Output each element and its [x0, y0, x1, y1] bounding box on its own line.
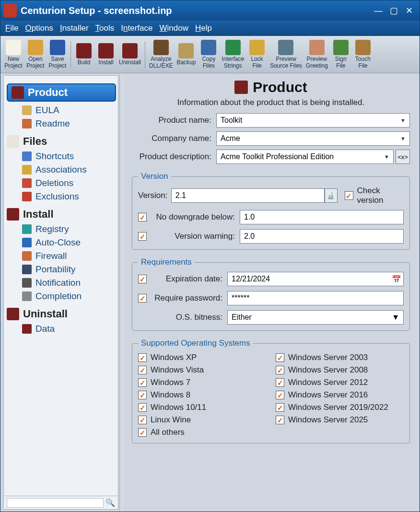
preview-greeting-button[interactable]: PreviewGreeting [304, 37, 330, 72]
check-version-checkbox[interactable] [345, 191, 353, 200]
sidebar-item-exclusions[interactable]: Exclusions [6, 190, 116, 203]
menu-options[interactable]: Options [25, 23, 53, 33]
preview-source-button[interactable]: PreviewSource Files [268, 37, 304, 72]
sidebar-item-portability[interactable]: Portability [6, 263, 116, 276]
sidebar-group-uninstall[interactable]: Uninstall [7, 308, 116, 320]
company-name-label: Company name: [132, 134, 216, 143]
sidebar-search-input[interactable] [7, 498, 104, 508]
version-warning-label: Version warning: [151, 232, 240, 241]
open-project-button[interactable]: OpenProject [24, 37, 47, 72]
version-picker-button[interactable]: 🔬 [325, 188, 338, 203]
bitness-select[interactable]: Either▼ [227, 310, 404, 325]
close-button[interactable]: ✕ [401, 4, 417, 17]
menu-window[interactable]: Window [159, 23, 188, 33]
lock-file-button[interactable]: LockFile [246, 37, 268, 72]
calendar-icon[interactable]: 📅 [392, 275, 400, 283]
os-others-checkbox[interactable] [138, 428, 147, 437]
sidebar-search: 🔍 [4, 496, 118, 509]
menu-interface[interactable]: Interface [121, 23, 152, 33]
minimize-button[interactable]: — [371, 4, 386, 17]
os-s2025-checkbox[interactable] [276, 416, 284, 424]
menubar: File Options Installer Tools Interface W… [0, 21, 420, 36]
sidebar-item-readme[interactable]: Readme [6, 117, 116, 130]
menu-help[interactable]: Help [195, 23, 212, 33]
maximize-button[interactable]: ▢ [386, 4, 401, 17]
install-button[interactable]: Install [95, 37, 117, 72]
search-icon[interactable]: 🔍 [105, 498, 115, 507]
titlebar: Centurion Setup - screenshot.inp — ▢ ✕ [0, 0, 420, 21]
sidebar-item-registry[interactable]: Registry [6, 222, 116, 236]
sidebar: Product EULA Readme Files Shortcuts Asso… [3, 75, 118, 510]
password-checkbox[interactable] [138, 294, 147, 303]
chevron-down-icon: ▼ [400, 136, 406, 141]
sidebar-item-deletions[interactable]: Deletions [6, 176, 116, 190]
version-group: Version Version: 2.1 🔬 Check version No … [132, 172, 410, 250]
menu-installer[interactable]: Installer [60, 23, 89, 33]
touch-file-button[interactable]: TouchFile [352, 37, 374, 72]
sidebar-item-completion[interactable]: Completion [6, 290, 116, 303]
uninstall-button[interactable]: Uninstall [117, 37, 143, 72]
no-downgrade-label: No downgrade below: [151, 212, 240, 222]
sidebar-item-firewall[interactable]: Firewall [6, 249, 116, 263]
sidebar-item-shortcuts[interactable]: Shortcuts [6, 150, 116, 163]
sidebar-item-eula[interactable]: EULA [6, 104, 116, 117]
os-s2008-checkbox[interactable] [276, 366, 284, 374]
expiration-label: Expiration date: [151, 274, 227, 284]
backup-button[interactable]: Backup [175, 37, 198, 72]
os-s2012-checkbox[interactable] [276, 378, 284, 387]
bitness-label: O.S. bitness: [151, 313, 227, 322]
os-xp-checkbox[interactable] [138, 353, 147, 362]
sidebar-item-associations[interactable]: Associations [6, 163, 116, 176]
scrollbar[interactable] [119, 73, 124, 512]
version-warning-checkbox[interactable] [138, 232, 147, 241]
os-vista-checkbox[interactable] [138, 366, 147, 374]
sidebar-item-notification[interactable]: Notification [6, 276, 116, 290]
sign-file-button[interactable]: SignFile [330, 37, 352, 72]
menu-file[interactable]: File [5, 23, 18, 33]
page-title: Product [234, 79, 307, 95]
product-description-label: Product description: [132, 152, 216, 162]
password-input[interactable]: ****** [227, 291, 404, 305]
expiration-input[interactable]: 12/21/2024📅 [227, 272, 404, 286]
password-label: Require password: [151, 293, 227, 303]
toolbar: NewProject OpenProject SaveProject Build… [0, 36, 420, 73]
os-s2016-checkbox[interactable] [276, 391, 284, 399]
copy-files-button[interactable]: CopyFiles [198, 37, 220, 72]
sidebar-item-autoclose[interactable]: Auto-Close [6, 236, 116, 249]
version-label: Version: [138, 191, 171, 200]
os-w8-checkbox[interactable] [138, 391, 147, 399]
analyze-button[interactable]: AnalyzeDLL/EXE [147, 37, 175, 72]
os-s2003-checkbox[interactable] [276, 353, 284, 362]
chevron-down-icon: ▼ [384, 154, 389, 160]
chevron-down-icon: ▼ [400, 117, 406, 123]
page-subtitle: Information about the product that is be… [125, 98, 417, 107]
menu-tools[interactable]: Tools [95, 23, 115, 33]
expiration-checkbox[interactable] [138, 275, 147, 283]
new-project-button[interactable]: NewProject [2, 37, 24, 72]
version-input[interactable]: 2.1 [171, 188, 325, 203]
sidebar-group-files[interactable]: Files [7, 135, 116, 148]
company-name-field[interactable]: Acme▼ [216, 131, 410, 146]
window-title: Centurion Setup - screenshot.inp [21, 5, 371, 16]
sidebar-item-data[interactable]: Data [6, 322, 116, 336]
requirements-group: Requirements Expiration date: 12/21/2024… [132, 257, 410, 331]
expand-description-button[interactable]: <x> [396, 150, 410, 164]
os-s2019-checkbox[interactable] [276, 403, 284, 412]
no-downgrade-input[interactable]: 1.0 [240, 210, 404, 224]
sidebar-group-product[interactable]: Product [7, 83, 116, 102]
version-warning-input[interactable]: 2.0 [240, 229, 404, 244]
app-logo-icon [3, 4, 17, 17]
product-description-field[interactable]: Acme Toolkit Professional Edition▼ [216, 150, 394, 164]
no-downgrade-checkbox[interactable] [138, 213, 147, 221]
save-project-button[interactable]: SaveProject [47, 37, 69, 72]
os-legend: Supported Operating Systems [138, 338, 253, 348]
sidebar-group-install[interactable]: Install [7, 208, 116, 221]
interface-strings-button[interactable]: InterfaceStrings [220, 37, 246, 72]
os-w7-checkbox[interactable] [138, 378, 147, 387]
os-w10-checkbox[interactable] [138, 403, 147, 412]
content: Product Information about the product th… [125, 75, 417, 510]
os-wine-checkbox[interactable] [138, 416, 147, 424]
build-button[interactable]: Build [73, 37, 95, 72]
product-icon [234, 81, 248, 94]
product-name-field[interactable]: Toolkit▼ [216, 113, 410, 128]
